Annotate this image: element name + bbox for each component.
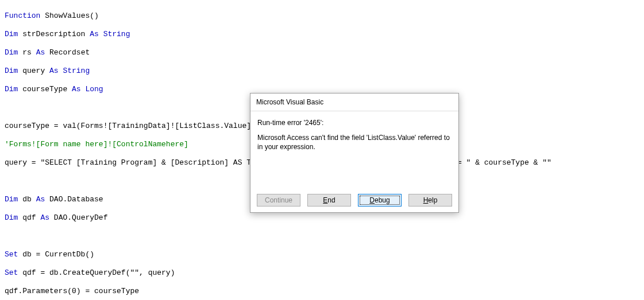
code-line: Function ShowValues()	[5, 11, 639, 21]
error-message: Microsoft Access can't find the field 'L…	[257, 133, 452, 151]
debug-button[interactable]: Debug	[358, 194, 402, 207]
error-dialog: Microsoft Visual Basic Run-time error '2…	[250, 93, 459, 213]
code-line: Set qdf = db.CreateQueryDef("", query)	[5, 268, 639, 278]
code-line	[5, 232, 639, 241]
code-line: Dim query As String	[5, 67, 639, 76]
dialog-button-row: Continue End Debug Help	[250, 190, 458, 212]
end-button[interactable]: End	[307, 194, 351, 207]
dialog-title: Microsoft Visual Basic	[250, 93, 458, 111]
error-code-line: Run-time error '2465':	[257, 118, 452, 127]
code-line: Dim rs As Recordset	[5, 48, 639, 57]
dialog-body: Run-time error '2465': Microsoft Access …	[250, 111, 458, 190]
code-line: Set db = CurrentDb()	[5, 250, 639, 259]
help-button[interactable]: Help	[408, 194, 452, 207]
code-line: Dim strDescription As String	[5, 30, 639, 39]
code-line: Dim qdf As DAO.QueryDef	[5, 213, 639, 223]
continue-button: Continue	[257, 194, 300, 207]
code-line: qdf.Parameters(0) = courseType	[5, 287, 639, 296]
